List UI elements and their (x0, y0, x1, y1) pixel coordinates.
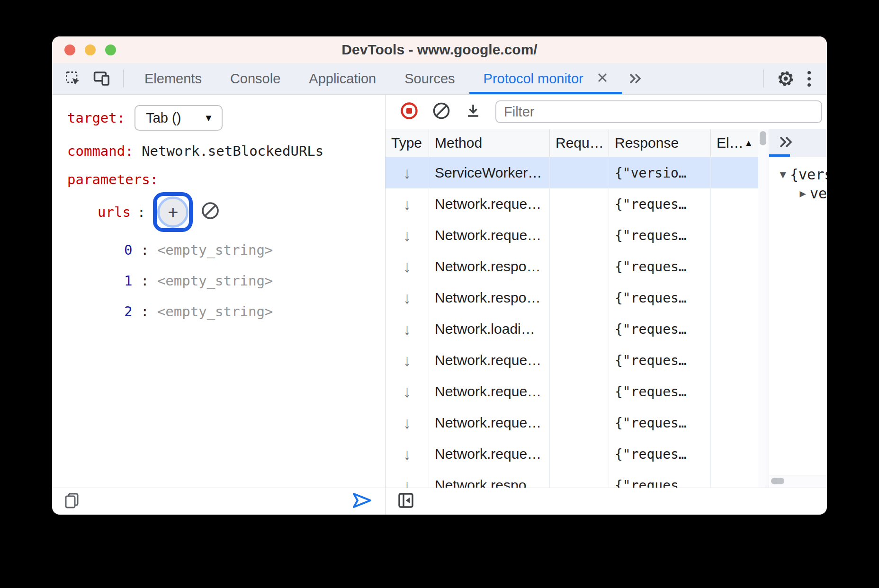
clear-urls-button[interactable] (200, 201, 220, 224)
response-cell: {"reques… (609, 188, 711, 220)
sidebar-header (769, 129, 827, 157)
table-scrollbar-thumb[interactable] (760, 131, 766, 145)
expand-sidebar-button[interactable] (769, 135, 794, 151)
column-header-type[interactable]: Type (386, 129, 429, 157)
save-messages-button[interactable] (457, 102, 489, 122)
tabbar-right-divider (763, 70, 764, 88)
param-value[interactable]: <empty_string> (157, 273, 273, 289)
close-tab-button[interactable] (597, 71, 608, 87)
chevron-double-right-icon (778, 135, 794, 151)
received-arrow-icon: ↓ (403, 195, 411, 214)
messages-table: Type Method Requ… Response El… ▲ ↓ Servi… (386, 129, 758, 488)
tab-protocol-monitor[interactable]: Protocol monitor (469, 63, 622, 94)
received-arrow-icon: ↓ (403, 414, 411, 432)
target-selector[interactable]: Tab () ▼ (135, 105, 223, 131)
table-row[interactable]: ↓ ServiceWorker… {"versio… (386, 157, 758, 188)
table-row[interactable]: ↓ Network.reque… {"reques… (386, 345, 758, 376)
column-header-request[interactable]: Requ… (550, 129, 609, 157)
type-cell: ↓ (386, 251, 429, 282)
settings-button[interactable] (771, 69, 801, 88)
param-value[interactable]: <empty_string> (157, 303, 273, 320)
url-parameter-row[interactable]: 0 : <empty_string> (124, 241, 385, 258)
tab-sources[interactable]: Sources (390, 63, 469, 94)
download-icon (464, 102, 482, 122)
more-tabs-button[interactable] (622, 63, 648, 94)
add-url-parameter-button[interactable]: + (153, 192, 193, 232)
table-row[interactable]: ↓ Network.reque… {"reques… (386, 438, 758, 470)
sidebar-hscrollbar-thumb[interactable] (771, 478, 784, 484)
request-cell (550, 407, 609, 438)
table-row[interactable]: ↓ Network.reque… {"reques… (386, 407, 758, 438)
type-cell: ↓ (386, 345, 429, 376)
table-row[interactable]: ↓ Network.loadi… {"reques… (386, 313, 758, 345)
table-row[interactable]: ↓ Network.respo… {"reques… (386, 470, 758, 488)
tree-node-label: ver (810, 185, 827, 202)
method-cell: ServiceWorker… (429, 157, 550, 188)
desktop-background: { "window": { "title": "DevTools - www.g… (0, 0, 879, 588)
url-parameter-row[interactable]: 1 : <empty_string> (124, 272, 385, 289)
type-cell: ↓ (386, 313, 429, 345)
request-cell (550, 157, 609, 188)
tab-application[interactable]: Application (295, 63, 390, 94)
response-cell: {"reques… (609, 407, 711, 438)
received-arrow-icon: ↓ (403, 258, 411, 276)
tree-node[interactable]: ▼ {vers (769, 165, 827, 184)
table-row[interactable]: ↓ Network.reque… {"reques… (386, 220, 758, 251)
method-cell: Network.reque… (429, 407, 550, 438)
response-cell: {"reques… (609, 220, 711, 251)
tab-elements[interactable]: Elements (130, 63, 216, 94)
received-arrow-icon: ↓ (403, 226, 411, 245)
copy-command-button[interactable] (63, 492, 81, 511)
table-row[interactable]: ↓ Network.reque… {"reques… (386, 376, 758, 407)
table-scrollbar-track[interactable] (758, 129, 769, 488)
method-cell: Network.loadi… (429, 313, 550, 345)
filter-input[interactable] (495, 100, 822, 123)
urls-separator: : (137, 204, 145, 220)
received-arrow-icon: ↓ (403, 445, 411, 463)
response-cell: {"reques… (609, 376, 711, 407)
gear-icon (776, 69, 795, 88)
column-header-elapsed[interactable]: El… ▲ (711, 129, 758, 157)
toggle-sidebar-button[interactable] (397, 491, 415, 511)
clear-all-button[interactable] (425, 101, 457, 122)
record-toggle-button[interactable] (393, 101, 425, 122)
window-title: DevTools - www.google.com/ (52, 42, 827, 58)
column-header-response[interactable]: Response (609, 129, 711, 157)
tab-console[interactable]: Console (216, 63, 295, 94)
toggle-device-toolbar-button[interactable] (87, 63, 117, 94)
table-body: ↓ ServiceWorker… {"versio… ↓ Network.req… (386, 157, 758, 488)
method-cell: Network.respo… (429, 251, 550, 282)
request-cell (550, 251, 609, 282)
tree-node[interactable]: ▶ ver (769, 184, 827, 203)
request-cell (550, 470, 609, 488)
request-cell (550, 220, 609, 251)
request-cell (550, 313, 609, 345)
param-value[interactable]: <empty_string> (157, 242, 273, 258)
tree-expanded-icon: ▼ (776, 169, 790, 180)
column-header-method[interactable]: Method (429, 129, 550, 157)
table-row[interactable]: ↓ Network.respo… {"reques… (386, 251, 758, 282)
command-value[interactable]: Network.setBlockedURLs (142, 143, 323, 159)
table-row[interactable]: ↓ Network.respo… {"reques… (386, 282, 758, 313)
kebab-menu-icon (807, 71, 811, 74)
type-cell: ↓ (386, 470, 429, 488)
elapsed-cell (711, 345, 758, 376)
inspect-element-button[interactable] (59, 63, 87, 94)
elapsed-cell (711, 282, 758, 313)
monitor-toolbar (386, 95, 827, 129)
url-parameter-row[interactable]: 2 : <empty_string> (124, 303, 385, 320)
table-row[interactable]: ↓ Network.reque… {"reques… (386, 188, 758, 220)
monitor-bottom-toolbar (386, 488, 827, 515)
send-command-button[interactable] (352, 492, 373, 510)
sidebar-hscrollbar-track[interactable] (769, 475, 827, 488)
response-cell: {"reques… (609, 438, 711, 470)
param-index: 0 (124, 242, 132, 258)
type-cell: ↓ (386, 438, 429, 470)
elapsed-cell (711, 407, 758, 438)
customize-devtools-button[interactable] (801, 71, 817, 87)
elapsed-cell (711, 376, 758, 407)
elapsed-cell (711, 470, 758, 488)
chevron-double-right-icon (628, 72, 642, 85)
device-toolbar-icon (93, 70, 111, 87)
received-arrow-icon: ↓ (403, 383, 411, 401)
